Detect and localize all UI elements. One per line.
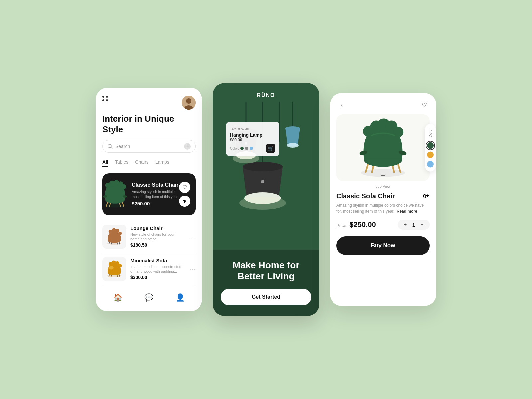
- list-item[interactable]: Lounge Chair New style of chairs for you…: [102, 221, 196, 253]
- lamp-product-card: Living Room Hanging Lamp $80.30 Color: 🛒: [226, 122, 279, 156]
- phone2-bottom-section: Make Home for Better Living Get Started: [213, 250, 319, 316]
- product-list-info: Minimalist Sofa In a best traditions, co…: [130, 258, 186, 280]
- back-button[interactable]: ‹: [336, 100, 347, 110]
- price-value: $250.00: [349, 220, 376, 229]
- color-gray-dot[interactable]: [245, 147, 248, 150]
- phone2-screen: RÜNO: [213, 83, 319, 316]
- search-bar[interactable]: Search ✕: [102, 140, 196, 153]
- lounge-chair-svg: [104, 227, 124, 247]
- add-to-cart-button[interactable]: 🛒: [266, 144, 275, 153]
- phone1-header: [102, 96, 196, 110]
- color-swatch-blue[interactable]: [427, 161, 434, 167]
- svg-point-5: [104, 203, 125, 207]
- product-description: Amazing stylish in multiple colors choic…: [336, 202, 430, 214]
- page-title: Interior in Unique Style: [102, 114, 196, 134]
- product-list-price: $180.50: [130, 242, 186, 248]
- featured-product-desc: Amazing stylish in multiple most selling…: [132, 189, 179, 199]
- brand-header: RÜNO: [213, 83, 319, 102]
- minimalist-sofa-svg: [104, 259, 124, 279]
- more-options-button[interactable]: ⋯: [190, 233, 196, 240]
- svg-point-27: [118, 232, 122, 235]
- price-section: Price: $250.00: [336, 220, 376, 229]
- lamp-price: $80.30: [230, 138, 275, 142]
- price-label: Price:: [336, 223, 347, 228]
- avatar-image: [182, 96, 196, 110]
- product-list-desc: In a best traditions, constructedof hand…: [130, 264, 186, 274]
- product-detail-header: ‹ ♡: [336, 100, 430, 110]
- read-more-link[interactable]: Read more: [397, 209, 417, 214]
- product-lounge-chair-image: [102, 225, 126, 249]
- tagline: Make Home for Better Living: [221, 260, 311, 282]
- card-actions: ♡ 🛍: [179, 182, 190, 207]
- app-container: Interior in Unique Style Search ✕ All Ta…: [96, 83, 436, 316]
- product-title-row: Classic Sofa Chair 🛍: [336, 192, 430, 200]
- phone3-screen: ‹ ♡ Color: [330, 93, 436, 306]
- product-list-title: Lounge Chair: [130, 225, 186, 231]
- featured-product-image: [98, 179, 132, 210]
- svg-point-53: [261, 180, 264, 183]
- svg-point-37: [118, 264, 122, 268]
- color-swatch-gold[interactable]: [427, 151, 434, 158]
- avatar[interactable]: [182, 96, 196, 110]
- search-icon: [107, 144, 113, 149]
- tab-lamps[interactable]: Lamps: [155, 159, 169, 167]
- category-tabs: All Tables Chairs Lamps: [102, 159, 196, 167]
- view-arrows: «»: [380, 172, 386, 177]
- svg-point-49: [287, 143, 299, 148]
- svg-point-3: [108, 144, 111, 148]
- phone1-screen: Interior in Unique Style Search ✕ All Ta…: [96, 88, 202, 311]
- product-list-price: $300.00: [130, 275, 186, 280]
- product-list-title: Minimalist Sofa: [130, 258, 186, 263]
- featured-product-price: $250.00: [132, 201, 179, 206]
- product-list-desc: New style of chairs for yourhome and off…: [130, 232, 186, 242]
- color-blue-dot[interactable]: [250, 147, 253, 150]
- lamp-card-bottom: Color: 🛒: [230, 144, 275, 153]
- quantity-display: 1: [412, 222, 415, 228]
- add-to-bag-button[interactable]: 🛍: [179, 196, 190, 207]
- home-nav-button[interactable]: 🏠: [113, 293, 122, 302]
- product-list-info: Lounge Chair New style of chairs for you…: [130, 225, 186, 248]
- more-options-button[interactable]: ⋯: [190, 265, 196, 273]
- svg-point-48: [285, 126, 300, 130]
- featured-product-card[interactable]: Classic Sofa Chair Amazing stylish in mu…: [102, 173, 196, 215]
- search-clear-button[interactable]: ✕: [184, 143, 191, 150]
- tab-chairs[interactable]: Chairs: [135, 159, 148, 167]
- color-sidebar-label: Color: [429, 128, 432, 138]
- bottom-navigation: 🏠 💬 👤: [102, 288, 196, 305]
- product-title: Classic Sofa Chair: [336, 192, 395, 200]
- lamp-showcase: Living Room Hanging Lamp $80.30 Color: 🛒: [213, 102, 319, 250]
- wishlist-button[interactable]: ♡: [179, 182, 190, 193]
- get-started-button[interactable]: Get Started: [221, 289, 311, 305]
- profile-nav-button[interactable]: 👤: [176, 293, 185, 302]
- price-quantity-row: Price: $250.00 + 1 −: [336, 220, 430, 230]
- color-swatch-green[interactable]: [427, 142, 434, 149]
- tab-tables[interactable]: Tables: [115, 159, 128, 167]
- color-sidebar: Color: [425, 124, 436, 172]
- tab-all[interactable]: All: [102, 159, 108, 167]
- view-360-label: 360 View: [336, 184, 430, 188]
- color-green-dot[interactable]: [240, 147, 244, 150]
- quantity-increase-button[interactable]: +: [402, 222, 408, 228]
- quantity-control[interactable]: + 1 −: [398, 220, 430, 230]
- product-detail-image: [350, 118, 416, 178]
- product-minimalist-sofa-image: [102, 257, 126, 281]
- svg-line-4: [111, 147, 112, 149]
- buy-now-button[interactable]: Buy Now: [336, 236, 430, 255]
- list-item[interactable]: Minimalist Sofa In a best traditions, co…: [102, 253, 196, 285]
- svg-point-15: [121, 184, 126, 189]
- featured-product-info: Classic Sofa Chair Amazing stylish in mu…: [132, 182, 179, 206]
- svg-point-1: [186, 98, 191, 104]
- svg-point-50: [243, 162, 283, 171]
- room-label: Living Room: [230, 126, 251, 131]
- menu-dots-icon[interactable]: [102, 96, 108, 102]
- color-label: Color:: [230, 147, 239, 150]
- svg-point-52: [239, 197, 286, 210]
- wishlist-button[interactable]: ♡: [419, 100, 430, 110]
- lamp-title: Hanging Lamp: [230, 132, 275, 138]
- chat-nav-button[interactable]: 💬: [144, 293, 153, 302]
- search-input[interactable]: Search: [115, 144, 181, 149]
- product-image-area: Color: [336, 114, 430, 181]
- add-to-bag-icon[interactable]: 🛍: [423, 192, 430, 200]
- featured-product-title: Classic Sofa Chair: [132, 182, 179, 188]
- quantity-decrease-button[interactable]: −: [419, 222, 425, 228]
